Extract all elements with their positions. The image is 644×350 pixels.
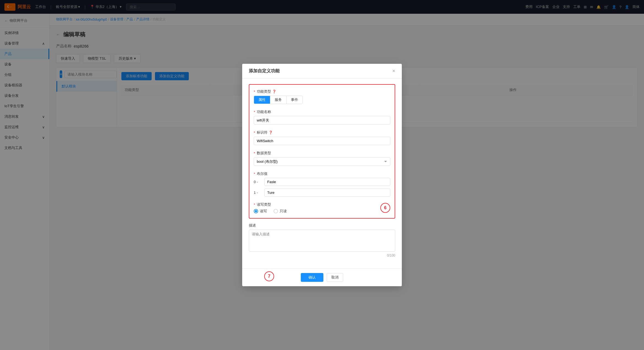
- bool-true-input[interactable]: [264, 189, 390, 197]
- function-type-label: 功能类型: [257, 89, 271, 94]
- data-type-select[interactable]: bool (布尔型) int (整数型) float (单精度浮点型) doub…: [254, 157, 390, 166]
- bool-false-input[interactable]: [264, 178, 390, 186]
- bool-true-prefix: 1 -: [254, 191, 262, 195]
- function-type-tabs: 属性 服务 事件: [254, 96, 303, 104]
- rw-radio-group: 读写 只读: [254, 209, 380, 214]
- radio-ro[interactable]: 只读: [274, 209, 287, 214]
- function-name-input[interactable]: [254, 116, 390, 125]
- bool-false-row: 0 -: [254, 178, 390, 186]
- identifier-input[interactable]: [254, 137, 390, 145]
- tab-service[interactable]: 服务: [270, 96, 286, 104]
- radio-rw[interactable]: 读写: [254, 209, 267, 214]
- tab-event[interactable]: 事件: [286, 96, 302, 104]
- step-badge-7: 7: [264, 271, 274, 281]
- rw-type-field: 读写类型 读写 只读 6: [254, 202, 390, 214]
- add-custom-dialog: 添加自定义功能 × 功能类型 ❓ 属性 服务 事件: [242, 64, 402, 286]
- dialog-footer: 7 确认 取消: [242, 268, 402, 286]
- char-count: 0/100: [249, 253, 395, 257]
- radio-rw-circle: [254, 209, 258, 213]
- dialog-header: 添加自定义功能 ×: [242, 64, 402, 79]
- dialog-title: 添加自定义功能: [249, 68, 280, 74]
- description-field: 描述 0/100: [249, 223, 395, 257]
- bool-value-field: 布尔值 0 - 1 -: [254, 171, 390, 197]
- rw-type-label: 读写类型: [257, 202, 271, 207]
- data-type-label: 数据类型: [257, 151, 271, 156]
- tab-attribute[interactable]: 属性: [254, 96, 270, 104]
- identifier-field: 标识符 ❓: [254, 130, 390, 145]
- modal-overlay: 添加自定义功能 × 功能类型 ❓ 属性 服务 事件: [0, 0, 644, 350]
- data-type-field: 数据类型 bool (布尔型) int (整数型) float (单精度浮点型)…: [254, 151, 390, 166]
- bool-false-prefix: 0 -: [254, 180, 262, 184]
- function-type-help-icon[interactable]: ❓: [272, 90, 276, 93]
- dialog-body: 功能类型 ❓ 属性 服务 事件 功能名称: [242, 79, 402, 268]
- step-badge-6: 6: [380, 203, 390, 213]
- radio-ro-circle: [274, 209, 278, 213]
- function-name-field: 功能名称: [254, 109, 390, 125]
- bool-true-row: 1 -: [254, 189, 390, 197]
- identifier-help-icon[interactable]: ❓: [269, 131, 273, 134]
- dialog-close-btn[interactable]: ×: [392, 68, 395, 74]
- identifier-label: 标识符: [257, 130, 268, 135]
- required-fields-section: 功能类型 ❓ 属性 服务 事件 功能名称: [249, 84, 395, 219]
- desc-textarea[interactable]: [249, 230, 395, 252]
- cancel-btn[interactable]: 取消: [327, 273, 343, 282]
- bool-value-label: 布尔值: [257, 171, 268, 176]
- function-name-label: 功能名称: [257, 109, 271, 114]
- function-type-field: 功能类型 ❓ 属性 服务 事件: [254, 89, 390, 104]
- desc-label: 描述: [249, 223, 256, 228]
- confirm-btn[interactable]: 确认: [301, 273, 323, 282]
- dialog-footer-wrap: 7 确认 取消: [242, 268, 402, 286]
